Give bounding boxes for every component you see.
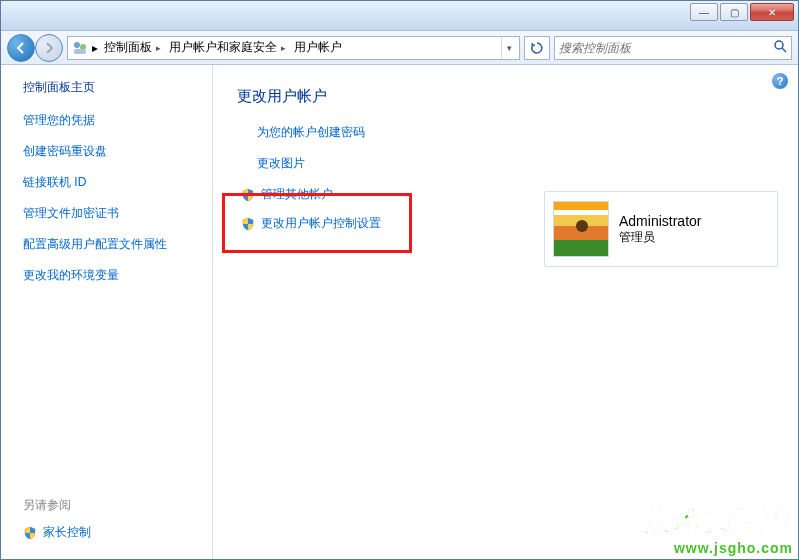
close-button[interactable]: ✕ [750, 3, 794, 21]
chevron-right-icon: ▸ [281, 43, 286, 53]
search-input[interactable] [559, 41, 773, 55]
account-card: Administrator 管理员 [544, 191, 778, 267]
chevron-right-icon: ▸ [92, 41, 98, 55]
user-accounts-icon [72, 40, 88, 56]
breadcrumb-label: 控制面板 [104, 39, 152, 56]
back-button[interactable] [7, 34, 35, 62]
body: 控制面板主页 管理您的凭据 创建密码重设盘 链接联机 ID 管理文件加密证书 配… [1, 65, 798, 559]
address-bar[interactable]: ▸ 控制面板 ▸ 用户帐户和家庭安全 ▸ 用户帐户 ▾ [67, 36, 520, 60]
sidebar-link-credentials[interactable]: 管理您的凭据 [23, 112, 196, 129]
account-info: Administrator 管理员 [619, 213, 701, 246]
svg-point-0 [74, 42, 80, 48]
navbar: ▸ 控制面板 ▸ 用户帐户和家庭安全 ▸ 用户帐户 ▾ [1, 31, 798, 65]
search-box[interactable] [554, 36, 792, 60]
sidebar-link-parental[interactable]: 家长控制 [23, 524, 196, 541]
maximize-button[interactable]: ▢ [720, 3, 748, 21]
breadcrumb-label: 用户帐户和家庭安全 [169, 39, 277, 56]
breadcrumb-item[interactable]: 用户帐户和家庭安全 ▸ [167, 39, 288, 56]
svg-line-4 [782, 48, 786, 52]
minimize-button[interactable]: — [690, 3, 718, 21]
chevron-right-icon: ▸ [156, 43, 161, 53]
sidebar-bottom: 另请参阅 家长控制 [23, 497, 196, 549]
task-create-password[interactable]: 为您的帐户创建密码 [257, 124, 778, 141]
sidebar-link-label: 家长控制 [43, 524, 91, 541]
avatar [553, 201, 609, 257]
shield-icon [241, 217, 255, 231]
shield-icon [23, 526, 37, 540]
svg-rect-2 [74, 49, 86, 54]
titlebar: — ▢ ✕ [1, 1, 798, 31]
address-dropdown[interactable]: ▾ [501, 37, 517, 59]
main-panel: ? 更改用户帐户 为您的帐户创建密码 更改图片 管理其他帐户 更改用户帐户控制设… [213, 65, 798, 559]
task-label: 更改用户帐户控制设置 [261, 215, 381, 232]
sidebar-link-online-id[interactable]: 链接联机 ID [23, 174, 196, 191]
task-change-picture[interactable]: 更改图片 [257, 155, 778, 172]
account-role: 管理员 [619, 229, 701, 246]
svg-point-3 [775, 41, 783, 49]
page-title: 更改用户帐户 [237, 87, 778, 106]
breadcrumb-item[interactable]: 用户帐户 [292, 39, 344, 56]
sidebar-link-advanced-profile[interactable]: 配置高级用户配置文件属性 [23, 236, 196, 253]
control-panel-window: — ▢ ✕ ▸ 控制面板 ▸ 用户帐户和家庭安全 ▸ [0, 0, 799, 560]
shield-icon [241, 188, 255, 202]
nav-buttons [7, 34, 63, 62]
breadcrumb-label: 用户帐户 [294, 39, 342, 56]
sidebar-link-env-vars[interactable]: 更改我的环境变量 [23, 267, 196, 284]
help-icon[interactable]: ? [772, 73, 788, 89]
forward-button[interactable] [35, 34, 63, 62]
task-label: 管理其他帐户 [261, 186, 333, 203]
search-icon[interactable] [773, 39, 787, 56]
account-name: Administrator [619, 213, 701, 229]
breadcrumb-item[interactable]: 控制面板 ▸ [102, 39, 163, 56]
sidebar-link-password-reset[interactable]: 创建密码重设盘 [23, 143, 196, 160]
window-controls: — ▢ ✕ [690, 3, 794, 21]
sidebar: 控制面板主页 管理您的凭据 创建密码重设盘 链接联机 ID 管理文件加密证书 配… [1, 65, 213, 559]
refresh-button[interactable] [524, 36, 550, 60]
sidebar-title[interactable]: 控制面板主页 [23, 79, 196, 96]
see-also-heading: 另请参阅 [23, 497, 196, 514]
sidebar-link-encryption-certs[interactable]: 管理文件加密证书 [23, 205, 196, 222]
